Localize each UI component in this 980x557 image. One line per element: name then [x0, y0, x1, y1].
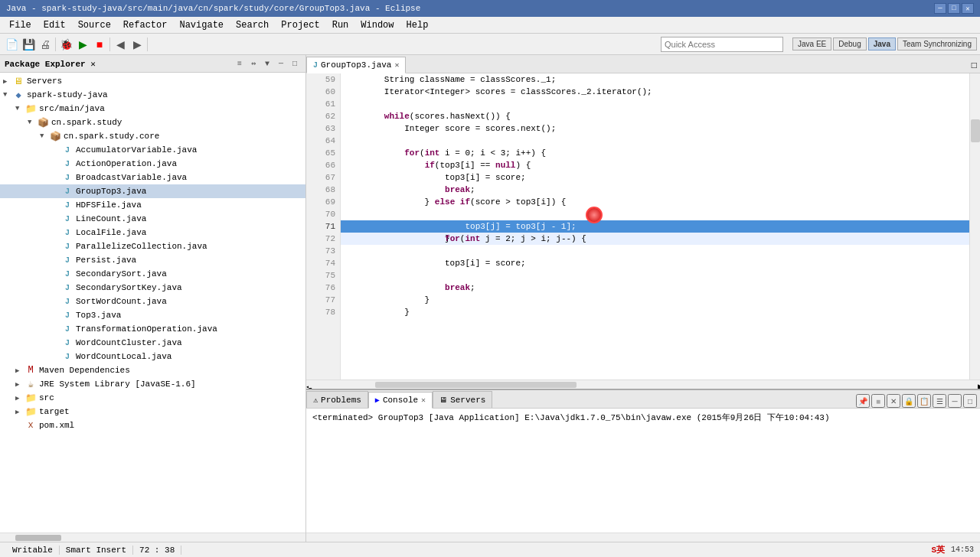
java-file-icon: J [61, 226, 74, 239]
console-scroll-lock-button[interactable]: 🔒 [902, 394, 916, 408]
console-maximize-button[interactable]: □ [963, 394, 977, 408]
menu-source[interactable]: Source [72, 18, 117, 32]
perspective-team-sync[interactable]: Team Synchronizing [897, 37, 977, 50]
editor-tab-grouptop3[interactable]: J GroupTop3.java ✕ [306, 57, 406, 73]
maven-label: Maven Dependencies [39, 366, 130, 375]
list-item[interactable]: J HDFSFile.java [0, 198, 305, 212]
view-menu-button[interactable]: ▼ [261, 57, 273, 70]
editor-maximize-button[interactable]: □ [969, 59, 980, 73]
list-item[interactable]: J WordCountLocal.java [0, 350, 305, 363]
save-button[interactable]: 💾 [20, 36, 37, 53]
list-item[interactable]: ▼ 📦 cn.spark.study.core [0, 129, 305, 143]
link-with-editor-button[interactable]: ⇔ [247, 57, 260, 70]
list-item[interactable]: J LineCount.java [0, 212, 305, 226]
maximize-button[interactable]: □ [948, 3, 960, 14]
line-number: 75 [306, 269, 340, 282]
tree-toggle-src[interactable]: ▼ [15, 105, 24, 112]
console-clear-button[interactable]: ✕ [887, 394, 900, 408]
list-item[interactable]: ▶ M Maven Dependencies [0, 363, 305, 377]
menu-window[interactable]: Window [354, 18, 400, 32]
menu-refactor[interactable]: Refactor [117, 18, 174, 32]
stop-button[interactable]: ■ [91, 36, 108, 53]
maximize-view-button[interactable]: □ [289, 57, 301, 70]
tab-console[interactable]: ▶ Console ✕ [368, 392, 433, 409]
console-view-menu-button[interactable]: ☰ [933, 394, 946, 408]
quick-access-input[interactable] [661, 37, 783, 52]
menu-navigate[interactable]: Navigate [173, 18, 230, 32]
list-item[interactable]: ▶ 📁 src [0, 391, 305, 405]
run-button[interactable]: ▶ [74, 36, 91, 53]
list-item[interactable]: J AccumulatorVariable.java [0, 143, 305, 157]
list-item[interactable]: J LocalFile.java [0, 226, 305, 239]
menu-file[interactable]: File [3, 18, 38, 32]
code-content[interactable]: String className = classScores._1; Itera… [341, 73, 969, 379]
list-item[interactable]: J TransformationOperation.java [0, 322, 305, 336]
tree-toggle-pkg1[interactable]: ▼ [28, 119, 37, 126]
java-file-icon: J [61, 158, 74, 170]
scroll-track[interactable] [309, 382, 978, 388]
console-copy-button[interactable]: 📋 [917, 394, 931, 408]
scroll-thumb-h[interactable] [375, 382, 576, 388]
sidebar-scrollbar[interactable] [0, 533, 305, 542]
editor-bottom-scrollbar[interactable]: ◀ ▶ [306, 379, 980, 389]
list-item[interactable]: ▼ ◆ spark-study-java [0, 88, 305, 102]
tree-toggle-pkg2[interactable]: ▼ [40, 132, 49, 140]
list-item[interactable]: J ParallelizeCollection.java [0, 239, 305, 253]
list-item[interactable]: ▼ 📦 cn.spark.study [0, 116, 305, 129]
close-button[interactable]: ✕ [962, 3, 974, 14]
console-close-icon[interactable]: ✕ [421, 396, 426, 405]
list-item[interactable]: ▶ ☕ JRE System Library [JavaSE-1.6] [0, 377, 305, 391]
list-item[interactable]: J Top3.java [0, 308, 305, 322]
list-item[interactable]: J ActionOperation.java [0, 157, 305, 171]
scroll-thumb[interactable] [971, 119, 980, 142]
menu-help[interactable]: Help [400, 18, 435, 32]
code-line-62: while(scores.hasNext()) { [341, 110, 969, 122]
tab-problems[interactable]: ⚠ Problems [306, 391, 368, 408]
minimize-view-button[interactable]: ─ [275, 57, 287, 70]
minimize-button[interactable]: ─ [934, 3, 946, 14]
line-number: 64 [306, 135, 340, 147]
console-pin-button[interactable]: 📌 [856, 394, 870, 408]
menu-edit[interactable]: Edit [38, 18, 72, 32]
menu-search[interactable]: Search [230, 18, 275, 32]
new-button[interactable]: 📄 [3, 36, 20, 53]
tree-toggle-project[interactable]: ▼ [3, 91, 12, 99]
tab-servers[interactable]: 🖥 Servers [433, 391, 492, 408]
console-scrollbar[interactable] [306, 533, 980, 542]
list-item[interactable]: J GroupTop3.java [0, 184, 305, 198]
list-item[interactable]: J SecondarySortKey.java [0, 281, 305, 295]
editor-tabs: J GroupTop3.java ✕ □ [306, 55, 980, 73]
code-editor[interactable]: 59 60 61 62 63 64 65 66 67 68 69 70 71 7… [306, 73, 980, 379]
editor-scrollbar[interactable] [969, 73, 980, 379]
tab-close-icon[interactable]: ✕ [394, 60, 399, 70]
list-item[interactable]: J SortWordCount.java [0, 295, 305, 308]
list-item[interactable]: x pom.xml [0, 419, 305, 432]
line-number: 70 [306, 208, 340, 220]
menu-project[interactable]: Project [275, 18, 325, 32]
list-item[interactable]: ▼ 📁 src/main/java [0, 102, 305, 116]
console-stop-button[interactable]: ■ [871, 394, 885, 408]
perspective-java-ee[interactable]: Java EE [792, 37, 831, 50]
perspective-java[interactable]: Java [868, 37, 896, 50]
print-button[interactable]: 🖨 [37, 36, 54, 53]
forward-button[interactable]: ▶ [129, 36, 145, 53]
menu-run[interactable]: Run [326, 18, 355, 32]
sidebar-scroll-thumb[interactable] [15, 535, 61, 541]
list-item[interactable]: ▶ 📁 target [0, 405, 305, 419]
list-item[interactable]: J WordCountCluster.java [0, 336, 305, 350]
perspective-debug[interactable]: Debug [833, 37, 866, 50]
list-item[interactable]: J Persist.java [0, 253, 305, 267]
list-item[interactable]: J BroadcastVariable.java [0, 171, 305, 184]
debug-button[interactable]: 🐞 [57, 36, 74, 53]
file-label: LineCount.java [76, 214, 146, 223]
tree-toggle-servers[interactable]: ▶ [3, 77, 12, 86]
collapse-all-button[interactable]: ≡ [234, 57, 246, 70]
list-item[interactable]: J SecondarySort.java [0, 267, 305, 281]
bottom-panel: ⚠ Problems ▶ Console ✕ 🖥 Servers [306, 389, 980, 542]
code-line-73 [341, 245, 969, 257]
window-controls[interactable]: ─ □ ✕ [934, 3, 974, 14]
list-item[interactable]: ▶ 🖥 Servers [0, 74, 305, 88]
back-button[interactable]: ◀ [112, 36, 129, 53]
file-label: ActionOperation.java [76, 159, 177, 168]
console-minimize-button[interactable]: ─ [948, 394, 962, 408]
